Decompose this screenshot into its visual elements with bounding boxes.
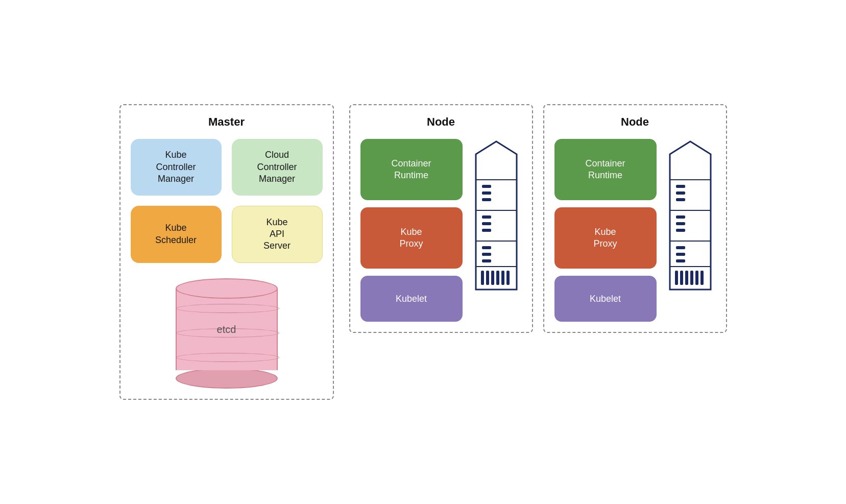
etcd-container: etcd [131,278,323,389]
kube-proxy-2-card: KubeProxy [554,207,657,269]
cylinder-top [176,278,278,299]
svg-rect-14 [486,271,489,285]
svg-rect-9 [482,229,491,232]
svg-rect-7 [482,215,491,219]
master-components-grid: KubeControllerManager CloudControllerMan… [131,139,323,262]
container-runtime-2-card: ContainerRuntime [554,139,657,200]
cloud-controller-manager-card: CloudControllerManager [232,139,323,195]
server-rack-1 [471,139,522,299]
svg-rect-30 [676,253,685,256]
svg-rect-12 [482,259,491,262]
svg-rect-32 [675,271,678,285]
nodes-area: Node ContainerRuntime KubeProxy Kubelet [349,104,727,333]
kubelet-1-card: Kubelet [360,276,463,322]
svg-rect-13 [481,271,484,285]
node-2-box: Node ContainerRuntime KubeProxy Kubelet [543,104,727,333]
container-runtime-1-card: ContainerRuntime [360,139,463,200]
svg-rect-6 [482,198,491,201]
node-2-content: ContainerRuntime KubeProxy Kubelet [554,139,716,322]
kubelet-2-card: Kubelet [554,276,657,322]
node-2-title: Node [554,115,716,129]
server-rack-2-svg [665,139,716,297]
kube-scheduler-card: KubeScheduler [131,206,222,263]
server-rack-2 [665,139,716,299]
svg-rect-27 [676,222,685,225]
svg-rect-15 [491,271,494,285]
svg-rect-5 [482,191,491,195]
kube-controller-manager-card: KubeControllerManager [131,139,222,195]
kube-api-server-card: KubeAPIServer [232,206,323,263]
svg-rect-26 [676,215,685,219]
svg-rect-36 [695,271,698,285]
cylinder-body: etcd [176,289,278,370]
kube-api-server-label: KubeAPIServer [263,217,291,252]
container-runtime-2-label: ContainerRuntime [585,158,625,182]
svg-rect-18 [506,271,510,285]
svg-rect-16 [496,271,499,285]
cloud-controller-manager-label: CloudControllerManager [257,149,297,185]
svg-rect-8 [482,222,491,225]
node-1-components: ContainerRuntime KubeProxy Kubelet [360,139,463,322]
kube-proxy-1-card: KubeProxy [360,207,463,269]
etcd-cylinder: etcd [176,278,278,389]
svg-rect-37 [700,271,704,285]
svg-rect-10 [482,246,491,249]
svg-rect-28 [676,229,685,232]
kube-proxy-1-label: KubeProxy [399,226,423,250]
node-1-box: Node ContainerRuntime KubeProxy Kubelet [349,104,533,333]
kube-scheduler-label: KubeScheduler [155,222,197,246]
kubelet-2-label: Kubelet [590,293,621,305]
svg-rect-4 [482,185,491,188]
svg-rect-25 [676,198,685,201]
svg-rect-34 [685,271,688,285]
container-runtime-1-label: ContainerRuntime [391,158,431,182]
master-title: Master [131,115,323,129]
svg-rect-35 [690,271,693,285]
svg-rect-23 [676,185,685,188]
cylinder-bottom [176,368,278,389]
kubelet-1-label: Kubelet [396,293,427,305]
svg-rect-29 [676,246,685,249]
svg-rect-24 [676,191,685,195]
svg-rect-31 [676,259,685,262]
node-1-content: ContainerRuntime KubeProxy Kubelet [360,139,522,322]
node-2-components: ContainerRuntime KubeProxy Kubelet [554,139,657,322]
kube-controller-manager-label: KubeControllerManager [156,149,196,185]
server-rack-1-svg [471,139,522,297]
master-box: Master KubeControllerManager CloudContro… [119,104,334,399]
kubernetes-architecture-diagram: Master KubeControllerManager CloudContro… [109,94,737,410]
node-1-title: Node [360,115,522,129]
kube-proxy-2-label: KubeProxy [593,226,617,250]
svg-rect-11 [482,253,491,256]
svg-rect-17 [501,271,504,285]
svg-rect-33 [680,271,683,285]
